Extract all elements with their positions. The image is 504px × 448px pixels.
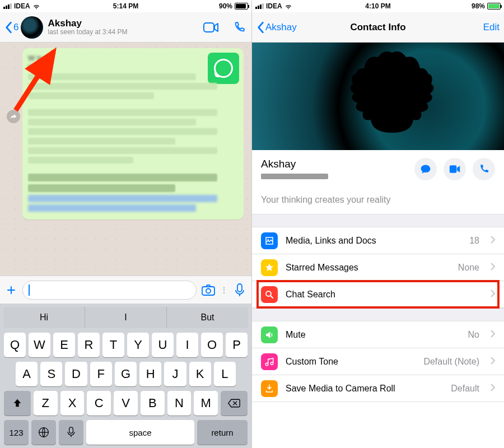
key[interactable]: L	[214, 362, 236, 386]
cell-label: Mute	[286, 330, 460, 340]
delete-key[interactable]	[221, 391, 248, 416]
cell-custom-tone[interactable]: Custom Tone Default (Note)	[252, 348, 504, 375]
message-bubble[interactable]: W ts mess	[22, 48, 244, 220]
voice-call-icon[interactable]	[231, 21, 247, 34]
contact-name: Akshay	[261, 158, 328, 170]
key[interactable]: P	[226, 333, 248, 357]
contact-hero-image[interactable]	[252, 43, 504, 150]
chevron-right-icon	[491, 384, 495, 394]
cell-media[interactable]: Media, Links and Docs 18	[252, 227, 504, 254]
key[interactable]: T	[102, 333, 124, 357]
chevron-right-icon	[491, 290, 495, 300]
chevron-right-icon	[491, 263, 495, 273]
signal-icon	[255, 3, 264, 9]
more-icon: ⋮	[220, 286, 228, 295]
video-call-icon[interactable]	[203, 21, 219, 34]
key[interactable]: Z	[34, 391, 58, 416]
key[interactable]: F	[90, 362, 112, 386]
key[interactable]: I	[176, 333, 198, 357]
battery-icon	[235, 3, 248, 10]
battery-percent: 90%	[219, 2, 232, 10]
back-button[interactable]: Akshay	[256, 21, 297, 34]
statusbar: IDEA 4:10 PM 98%	[252, 0, 504, 12]
space-key[interactable]: space	[86, 420, 194, 445]
wifi-icon	[32, 3, 40, 9]
cell-mute[interactable]: Mute No	[252, 321, 504, 348]
svg-rect-2	[202, 287, 214, 295]
key-row-1: QWERTYUIOP	[2, 333, 249, 357]
cell-label: Save Media to Camera Roll	[286, 384, 443, 394]
back-button[interactable]: 6	[4, 21, 18, 34]
cell-chat-search[interactable]: Chat Search	[252, 281, 504, 308]
shift-key[interactable]	[4, 391, 31, 416]
camera-icon[interactable]	[201, 283, 216, 297]
key[interactable]: C	[87, 391, 111, 416]
cell-save-media[interactable]: Save Media to Camera Roll Default	[252, 375, 504, 402]
contact-header: Akshay	[252, 150, 504, 188]
globe-key[interactable]	[31, 420, 56, 445]
key[interactable]: W	[29, 333, 50, 357]
key[interactable]: V	[114, 391, 138, 416]
last-seen: last seen today at 3:44 PM	[48, 29, 127, 36]
contact-info-screen: IDEA 4:10 PM 98% Akshay Contact Info Edi…	[252, 0, 504, 448]
cell-starred[interactable]: Starred Messages None	[252, 254, 504, 281]
svg-rect-0	[204, 23, 214, 32]
key[interactable]: R	[78, 333, 100, 357]
music-icon	[261, 353, 278, 370]
chevron-right-icon	[491, 357, 495, 367]
mic-icon[interactable]	[232, 283, 247, 297]
battery-percent: 98%	[472, 2, 485, 10]
chat-body[interactable]: W ts mess	[0, 43, 251, 276]
key[interactable]: Y	[127, 333, 149, 357]
key[interactable]: K	[189, 362, 211, 386]
contact-header[interactable]: Akshay last seen today at 3:44 PM	[21, 16, 203, 39]
key[interactable]: U	[152, 333, 174, 357]
key[interactable]: N	[167, 391, 192, 416]
wifi-icon	[284, 3, 292, 9]
key[interactable]: J	[164, 362, 186, 386]
return-key[interactable]: return	[197, 420, 248, 445]
message-button[interactable]	[414, 158, 437, 180]
download-icon	[261, 380, 278, 397]
battery-icon	[487, 3, 501, 10]
text-cursor	[29, 284, 30, 296]
chevron-left-icon	[256, 21, 264, 34]
clock: 4:10 PM	[365, 2, 390, 10]
section-separator	[252, 214, 504, 227]
edit-button[interactable]: Edit	[483, 22, 500, 33]
key-row-2: ASDFGHJKL	[2, 362, 249, 386]
suggestion[interactable]: But	[167, 307, 248, 328]
key[interactable]: S	[40, 362, 62, 386]
key[interactable]: E	[53, 333, 75, 357]
call-button[interactable]	[473, 158, 495, 180]
star-icon	[261, 259, 278, 276]
suggestion[interactable]: Hi	[3, 307, 85, 328]
svg-rect-4	[237, 284, 242, 292]
keyboard: Hi I But QWERTYUIOP ASDFGHJKL ZXCVBNM 12…	[0, 304, 251, 448]
key[interactable]: D	[65, 362, 87, 386]
message-input[interactable]	[22, 281, 197, 300]
avatar	[21, 16, 43, 39]
key[interactable]: A	[16, 362, 38, 386]
key[interactable]: G	[115, 362, 137, 386]
key[interactable]: O	[201, 333, 223, 357]
forward-icon[interactable]	[7, 110, 20, 123]
numeric-key[interactable]: 123	[4, 420, 29, 445]
chevron-right-icon	[491, 236, 495, 246]
key[interactable]: H	[139, 362, 161, 386]
key[interactable]: Q	[4, 333, 26, 357]
key[interactable]: X	[60, 391, 85, 416]
statusbar: IDEA 5:14 PM 90%	[0, 0, 251, 12]
dictation-key[interactable]	[59, 420, 83, 445]
cell-value: Default (Note)	[423, 357, 479, 367]
cell-label: Chat Search	[286, 290, 479, 300]
key[interactable]: M	[194, 391, 218, 416]
back-label: Akshay	[265, 22, 297, 33]
suggestion[interactable]: I	[85, 307, 167, 328]
clock: 5:14 PM	[113, 2, 138, 10]
video-button[interactable]	[444, 158, 466, 180]
key[interactable]: B	[141, 391, 165, 416]
search-icon	[261, 286, 278, 303]
suggestion-bar: Hi I But	[3, 307, 248, 328]
attach-button[interactable]: +	[4, 281, 18, 299]
